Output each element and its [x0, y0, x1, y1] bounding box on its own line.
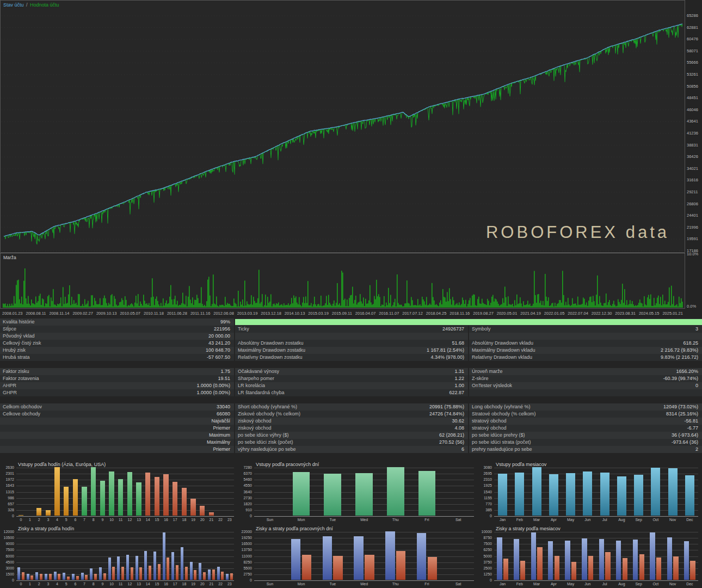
x-tick-label: 5	[61, 582, 71, 586]
legend-balance-label[interactable]: Stav účtu	[3, 2, 24, 8]
x-tick-label: 22	[216, 582, 225, 586]
x-tick-label: 13	[134, 518, 144, 522]
x-tick-label: Jan	[494, 582, 511, 586]
equity-curve-chart[interactable]	[1, 1, 685, 252]
margin-chart-panel[interactable]: Marža	[0, 253, 685, 309]
x-tick-label: Mar	[528, 518, 545, 522]
bar	[176, 565, 178, 580]
chart-title: Vstupy podľa hodín (Ázia, Európa, USA)	[18, 462, 106, 467]
bar-chart-3[interactable]: Vstupy podľa mesiacov0385770115515401925…	[478, 460, 702, 524]
stat-label	[469, 389, 472, 396]
bar-chart-4[interactable]: Zisky a straty podľa hodín01500300045006…	[0, 524, 238, 588]
bar-chart-6[interactable]: Zisky a straty podľa mesiacov01250250037…	[478, 524, 702, 588]
stat-value: -973.64 (36)	[672, 439, 702, 446]
bar	[417, 533, 426, 580]
x-tick-label: Feb	[511, 582, 528, 586]
bar	[690, 561, 695, 580]
x-tick-label: 19	[189, 518, 198, 522]
broker-watermark: ROBOFOREX data	[486, 223, 669, 242]
gridline	[16, 498, 234, 499]
date-tick-label: 2020.05.01	[497, 311, 518, 318]
stat-value: 30.62	[452, 418, 468, 425]
chart-plot-area[interactable]	[254, 468, 474, 516]
y-tick-label: 12000	[4, 530, 14, 534]
gridline	[16, 480, 234, 480]
bar	[136, 482, 141, 516]
stat-value: 221956	[214, 326, 234, 333]
bar	[324, 474, 341, 516]
chart-plot-area[interactable]	[16, 532, 234, 580]
bar	[185, 567, 188, 580]
equity-chart-panel[interactable]: Stav účtu / Hodnota účtu ROBOFOREX data	[0, 0, 685, 252]
stat-label: Short obchody (vyhrané %)	[235, 403, 297, 411]
x-tick-label: 8	[89, 518, 98, 522]
stat-label: Maximálny Drawdown vkladu	[469, 347, 535, 354]
y-tick-label: 9000	[5, 542, 14, 546]
y-tick-label: 385	[485, 508, 492, 512]
x-tick-label: 12	[125, 518, 134, 522]
x-tick-label: Sun	[254, 518, 286, 522]
chart-plot-area[interactable]	[494, 468, 698, 516]
stat-label: Celkom obchodov	[0, 403, 42, 411]
stat-value: Najväčší	[211, 418, 234, 425]
x-tick-label: 15	[152, 518, 162, 522]
y-tick-label: 8250	[243, 560, 252, 564]
bar	[600, 473, 609, 516]
bar	[54, 572, 57, 580]
stat-value: 1.31	[454, 368, 468, 375]
bar	[109, 471, 114, 516]
y-tick-label: 8750	[483, 536, 492, 540]
stat-value: 24926737	[442, 326, 468, 333]
bar	[27, 574, 29, 580]
gridline	[16, 556, 234, 557]
stat-label: ziskový obchod	[235, 418, 272, 425]
y-tick-label: 6370	[243, 471, 252, 475]
stat-value: Maximálny	[207, 439, 234, 446]
gridline	[16, 486, 234, 486]
bar-chart-1[interactable]: Vstupy podľa hodín (Ázia, Európa, USA)03…	[0, 460, 238, 524]
bar	[684, 541, 689, 580]
statistics-table: Kvalita histórie99%Stĺpce221956Ticky2492…	[0, 318, 702, 460]
chart-plot-area[interactable]	[16, 468, 234, 516]
x-tick-label: 2	[34, 518, 44, 522]
stat-value: Maximum	[209, 432, 234, 439]
bar	[230, 573, 233, 580]
bar	[181, 547, 183, 580]
bar-chart-2[interactable]: Vstupy podľa pracovných dní0910182027303…	[238, 460, 478, 524]
bar	[685, 475, 694, 516]
bar	[571, 562, 576, 580]
bar	[668, 468, 678, 516]
y-tick-label: 31616	[687, 177, 698, 182]
bar-chart-5[interactable]: Zisky a straty podľa pracovných dní02750…	[238, 524, 478, 588]
y-tick-label: 910	[245, 508, 252, 512]
y-tick-label: 1972	[5, 477, 14, 481]
backtest-report: Stav účtu / Hodnota účtu ROBOFOREX data …	[0, 0, 702, 588]
stat-value: 19.51	[218, 375, 234, 382]
date-tick-label: 2010.11.18	[144, 311, 164, 318]
y-tick-label: 5500	[243, 566, 252, 570]
bar	[212, 569, 215, 580]
y-tick-label: 7500	[483, 542, 492, 546]
chart-y-axis: 0125025003750500062507500875010000	[478, 532, 493, 580]
stat-label: Úroveň marže	[469, 368, 503, 375]
x-tick-label: Jun	[579, 518, 596, 522]
stats-row: Maximálnypo sebe idúci zisk (počet)270.5…	[0, 439, 702, 446]
x-tick-label: 14	[143, 518, 152, 522]
stat-value: 2 216.72 (9.83%)	[661, 347, 702, 354]
x-tick-label: 3	[44, 582, 53, 586]
date-tick-label: 2013.03.19	[237, 311, 258, 318]
bar	[73, 479, 78, 516]
x-tick-label: 21	[207, 582, 216, 586]
gridline	[254, 516, 474, 517]
chart-y-axis: 0385770115515401925231026953080	[478, 468, 493, 516]
legend-equity-label[interactable]: Hodnota účtu	[30, 2, 59, 8]
stat-value: 3	[695, 326, 702, 333]
stat-value: 12049 (73.02%)	[663, 403, 702, 411]
chart-plot-area[interactable]	[254, 532, 474, 580]
bar	[617, 476, 626, 516]
y-tick-label: 58071	[687, 48, 698, 53]
y-tick-label: 38831	[687, 143, 698, 148]
bar	[633, 540, 638, 580]
bar	[85, 575, 88, 580]
chart-plot-area[interactable]	[494, 532, 698, 580]
